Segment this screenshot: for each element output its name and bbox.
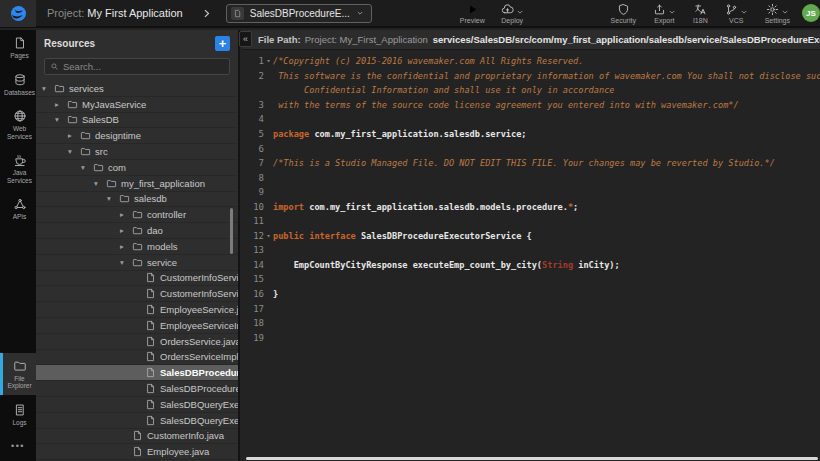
code-line[interactable]: 2 This software is the confidential and … xyxy=(242,69,820,84)
code-line[interactable]: 19 xyxy=(242,330,820,345)
database-icon xyxy=(13,73,27,87)
open-file-selector[interactable]: SalesDBProcedureE... xyxy=(226,4,372,23)
editor-horizontal-scrollbar[interactable] xyxy=(246,457,818,460)
folder-icon xyxy=(106,178,117,189)
tree-item-designtime[interactable]: ▸designtime xyxy=(36,128,238,144)
tree-item-models[interactable]: ▸models xyxy=(36,239,238,255)
wavemaker-logo[interactable] xyxy=(0,0,36,27)
code-line[interactable]: 15 xyxy=(242,272,820,287)
code-line[interactable]: 16} xyxy=(242,287,820,302)
security-button[interactable]: Security xyxy=(611,3,636,24)
sidebar-item-label: File Explorer xyxy=(4,375,35,390)
settings-button[interactable]: Settings xyxy=(765,3,790,24)
tree-item-salesdb[interactable]: ▾SalesDB xyxy=(36,113,238,129)
search-input[interactable] xyxy=(63,61,224,72)
tree-item-service[interactable]: ▾service xyxy=(36,255,238,271)
user-avatar[interactable]: JS xyxy=(802,4,820,22)
tree-expand-caret[interactable]: ▸ xyxy=(120,242,132,251)
resources-search xyxy=(44,58,230,75)
tree-item-com[interactable]: ▾com xyxy=(36,160,238,176)
code-text: } xyxy=(273,289,278,299)
folder-icon xyxy=(132,209,143,220)
code-line[interactable]: 7/*This is a Studio Managed File. DO NOT… xyxy=(242,156,820,171)
vcs-button[interactable]: VCS xyxy=(725,3,748,24)
tree-item-salesdbqueryexecutorservice-java[interactable]: SalesDBQueryExecutorService.java xyxy=(36,397,238,413)
tree-item-ordersserviceimpl-java[interactable]: OrdersServiceImpl.java xyxy=(36,350,238,366)
more-button[interactable]: ••• xyxy=(0,433,36,461)
sidebar-item-databases[interactable]: Databases xyxy=(0,67,36,102)
tree-expand-caret[interactable]: ▾ xyxy=(94,179,106,188)
code-line[interactable]: 1▾/*Copyright (c) 2015-2016 wavemaker.co… xyxy=(242,54,820,69)
document-icon xyxy=(231,7,244,20)
code-line[interactable]: Confidential Information and shall use i… xyxy=(242,83,820,98)
tree-item-employeeservice-java[interactable]: EmployeeService.java xyxy=(36,302,238,318)
i18n-button[interactable]: I18N xyxy=(693,3,708,24)
tree-expand-caret[interactable]: ▾ xyxy=(68,147,80,156)
sidebar-item-label: Web Services xyxy=(4,125,35,140)
tree-item-employeeserviceimpl-java[interactable]: EmployeeServiceImpl.java xyxy=(36,318,238,334)
tree-item-ordersservice-java[interactable]: OrdersService.java xyxy=(36,334,238,350)
deploy-button[interactable]: Deploy xyxy=(501,3,524,24)
tree-expand-caret[interactable]: ▸ xyxy=(120,226,132,235)
add-resource-button[interactable]: + xyxy=(215,36,230,51)
code-line[interactable]: 12▾public interface SalesDBProcedureExec… xyxy=(242,229,820,244)
code-line[interactable]: 4 xyxy=(242,112,820,127)
tree-item-customerinfo-java[interactable]: CustomerInfo.java xyxy=(36,429,238,445)
api-icon xyxy=(13,197,27,211)
sidebar-item-apis[interactable]: APIs xyxy=(0,191,36,226)
sidebar-item-logs[interactable]: Logs xyxy=(0,397,36,432)
code-line[interactable]: 6 xyxy=(242,141,820,156)
sidebar-item-file-explorer[interactable]: File Explorer xyxy=(0,353,36,395)
export-button[interactable]: Export xyxy=(653,3,676,24)
tree-item-salesdbprocedureexecutorserviceimpl-java[interactable]: SalesDBProcedureExecutorServiceImpl.java xyxy=(36,381,238,397)
code-text: EmpCountByCityResponse executeEmp_count_… xyxy=(273,260,620,270)
file-tree: ▾services▸MyJavaService▾SalesDB▸designti… xyxy=(36,81,238,461)
code-line[interactable]: 14 EmpCountByCityResponse executeEmp_cou… xyxy=(242,258,820,273)
file-icon xyxy=(145,320,156,331)
code-line[interactable]: 9 xyxy=(242,185,820,200)
sidebar-item-pages[interactable]: Pages xyxy=(0,30,36,65)
tree-item-dao[interactable]: ▸dao xyxy=(36,223,238,239)
code-line[interactable]: 10import com.my_first_application.salesd… xyxy=(242,199,820,214)
folder-icon xyxy=(13,359,27,373)
code-line[interactable]: 8 xyxy=(242,170,820,185)
tree-expand-caret[interactable]: ▾ xyxy=(107,194,119,203)
line-number: 16 xyxy=(242,289,264,299)
code-line[interactable]: 11 xyxy=(242,214,820,229)
code-line[interactable]: 18 xyxy=(242,316,820,331)
tree-item-controller[interactable]: ▸controller xyxy=(36,207,238,223)
preview-button[interactable]: Preview xyxy=(460,3,485,24)
tree-item-label: src xyxy=(95,146,108,157)
code-area[interactable]: 1▾/*Copyright (c) 2015-2016 wavemaker.co… xyxy=(242,50,820,345)
tree-expand-caret[interactable]: ▾ xyxy=(81,163,93,172)
code-line[interactable]: 5package com.my_first_application.salesd… xyxy=(242,127,820,142)
tree-item-employee-java[interactable]: Employee.java xyxy=(36,444,238,460)
tree-expand-caret[interactable]: ▸ xyxy=(55,100,67,109)
fold-marker-icon[interactable]: ▾ xyxy=(264,232,273,240)
line-number: 3 xyxy=(242,100,264,110)
tree-item-salesdbprocedureexecutorservice-java[interactable]: SalesDBProcedureExecutorService.java xyxy=(36,365,238,381)
tree-expand-caret[interactable]: ▾ xyxy=(55,115,67,124)
tree-expand-caret[interactable]: ▾ xyxy=(42,84,54,93)
tree-item-my-first-application[interactable]: ▾my_first_application xyxy=(36,176,238,192)
code-line[interactable]: 3 with the terms of the source code lice… xyxy=(242,98,820,113)
tree-item-salesdbqueryexecutorserviceimpl-java[interactable]: SalesDBQueryExecutorServiceImpl.java xyxy=(36,413,238,429)
play-icon xyxy=(466,3,479,16)
tree-item-src[interactable]: ▾src xyxy=(36,144,238,160)
sidebar-item-java-services[interactable]: Java Services xyxy=(0,147,36,189)
tree-item-customerinfoserviceimpl-java[interactable]: CustomerInfoServiceImpl.java xyxy=(36,286,238,302)
collapse-panel-button[interactable]: « xyxy=(239,31,252,47)
tree-scrollbar-thumb[interactable] xyxy=(230,208,233,254)
code-line[interactable]: 17 xyxy=(242,301,820,316)
tree-item-myjavaservice[interactable]: ▸MyJavaService xyxy=(36,97,238,113)
tree-expand-caret[interactable]: ▸ xyxy=(120,210,132,219)
tree-item-services[interactable]: ▾services xyxy=(36,81,238,97)
tree-expand-caret[interactable]: ▸ xyxy=(68,131,80,140)
tree-item-customerinfoservice-java[interactable]: CustomerInfoService.java xyxy=(36,271,238,287)
code-line[interactable]: 13 xyxy=(242,243,820,258)
fold-marker-icon[interactable]: ▾ xyxy=(264,57,273,65)
tree-item-salesdb[interactable]: ▾salesdb xyxy=(36,192,238,208)
sidebar-item-web-services[interactable]: Web Services xyxy=(0,103,36,145)
tree-expand-caret[interactable]: ▾ xyxy=(120,258,132,267)
code-text: Confidential Information and shall use i… xyxy=(273,85,614,95)
